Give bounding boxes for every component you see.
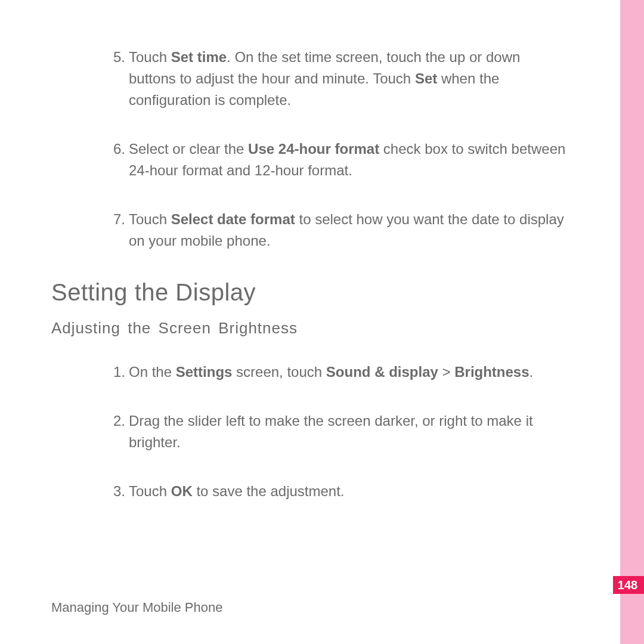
text-run: > (438, 364, 454, 380)
page-content: 5.Touch Set time. On the set time screen… (0, 0, 620, 502)
list-item-number: 5. (51, 47, 129, 111)
list-item-text: Select or clear the Use 24-hour format c… (129, 138, 566, 181)
text-run: screen, touch (232, 364, 326, 380)
bold-text: Set time (171, 49, 227, 65)
bold-text: Settings (176, 364, 233, 380)
bold-text: Set (415, 70, 437, 86)
list-item-number: 1. (51, 361, 129, 383)
text-run: Select or clear the (129, 141, 248, 157)
bold-text: Sound & display (326, 364, 438, 380)
list-item: 1.On the Settings screen, touch Sound & … (51, 361, 566, 383)
subsection-heading: Adjusting the Screen Brightness (51, 319, 566, 338)
text-run: . (530, 364, 534, 380)
list-item-text: Touch OK to save the adjustment. (129, 481, 566, 502)
bold-text: Select date format (171, 211, 295, 227)
page-number-tab: 148 (613, 576, 644, 594)
text-run: Touch (129, 483, 171, 499)
list-item: 3.Touch OK to save the adjustment. (51, 481, 566, 502)
text-run: Touch (129, 211, 171, 227)
side-color-bar (620, 0, 644, 644)
list-item-text: Drag the slider left to make the screen … (129, 410, 566, 453)
list-item-text: Touch Set time. On the set time screen, … (129, 47, 566, 111)
list-item-number: 2. (51, 410, 129, 453)
text-run: Drag the slider left to make the screen … (129, 413, 533, 450)
text-run: Touch (129, 49, 171, 65)
list-item-text: On the Settings screen, touch Sound & di… (129, 361, 566, 383)
list-item-text: Touch Select date format to select how y… (129, 209, 566, 252)
list-item: 6.Select or clear the Use 24-hour format… (51, 138, 566, 181)
footer-text: Managing Your Mobile Phone (51, 600, 222, 615)
list-item-number: 6. (51, 138, 129, 181)
page-number: 148 (618, 578, 637, 592)
list-item: 5.Touch Set time. On the set time screen… (51, 47, 566, 111)
section-heading: Setting the Display (51, 279, 566, 306)
list-item: 2.Drag the slider left to make the scree… (51, 410, 566, 453)
bold-text: Brightness (454, 364, 529, 380)
text-run: On the (129, 364, 176, 380)
text-run: to save the adjustment. (193, 483, 345, 499)
list-item-number: 3. (51, 481, 129, 502)
list-item-number: 7. (51, 209, 129, 252)
list-item: 7.Touch Select date format to select how… (51, 209, 566, 252)
bold-text: Use 24-hour format (248, 141, 379, 157)
bold-text: OK (171, 483, 193, 499)
